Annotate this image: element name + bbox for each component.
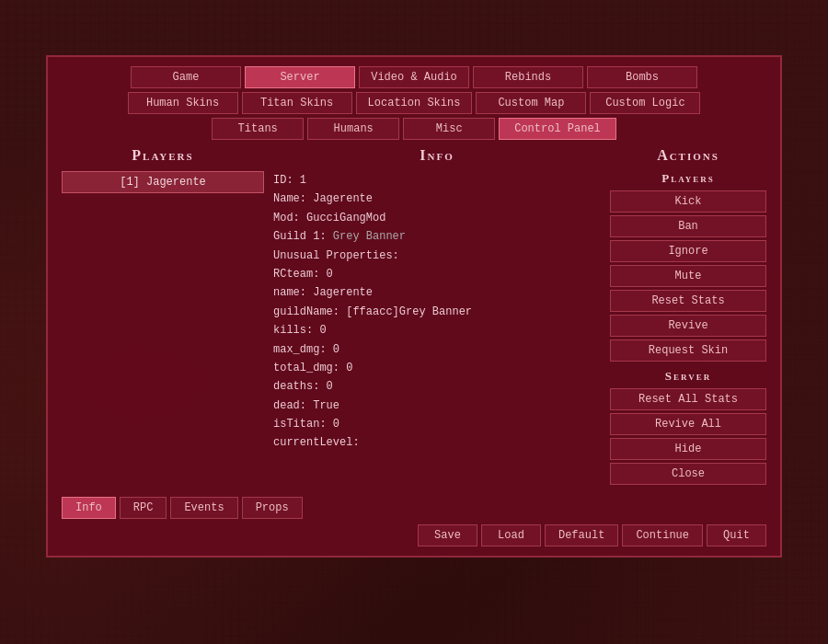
- info-deaths: deaths: 0: [273, 377, 601, 396]
- nav-misc[interactable]: Misc: [403, 118, 495, 140]
- player-jagerente[interactable]: [1] Jagerente: [62, 171, 264, 193]
- nav-rebinds[interactable]: Rebinds: [473, 66, 583, 88]
- info-id: ID: 1: [273, 171, 601, 190]
- players-panel: Players [1] Jagerente: [62, 147, 264, 488]
- nav-bombs[interactable]: Bombs: [587, 66, 697, 88]
- main-panel: Game Server Video & Audio Rebinds Bombs …: [46, 55, 782, 558]
- info-rcteam: RCteam: 0: [273, 265, 601, 283]
- info-kills: kills: 0: [273, 321, 601, 339]
- info-max-dmg: max_dmg: 0: [273, 340, 601, 359]
- info-guild-name: Grey Banner: [333, 230, 406, 243]
- nav-server[interactable]: Server: [245, 66, 355, 88]
- nav-row-2: Human Skins Titan Skins Location Skins C…: [57, 92, 771, 114]
- footer-load[interactable]: Load: [481, 524, 541, 546]
- actions-server-subtitle: Server: [610, 369, 766, 384]
- footer-default[interactable]: Default: [545, 524, 618, 546]
- nav-game[interactable]: Game: [131, 66, 241, 88]
- info-name: Name: Jagerente: [273, 190, 601, 208]
- action-mute[interactable]: Mute: [610, 265, 766, 287]
- info-unusual: Unusual Properties:: [273, 247, 601, 265]
- nav-video-audio[interactable]: Video & Audio: [359, 66, 469, 88]
- bottom-tabs: Info RPC Events Props: [57, 497, 771, 519]
- actions-title: Actions: [610, 147, 766, 164]
- action-kick[interactable]: Kick: [610, 190, 766, 213]
- tab-props[interactable]: Props: [242, 497, 303, 519]
- nav-custom-logic[interactable]: Custom Logic: [590, 92, 700, 114]
- nav-location-skins[interactable]: Location Skins: [356, 92, 473, 114]
- tab-info[interactable]: Info: [62, 497, 116, 519]
- action-revive[interactable]: Revive: [610, 315, 766, 337]
- info-istitans: isTitan: 0: [273, 415, 601, 433]
- tab-events[interactable]: Events: [170, 497, 237, 519]
- players-title: Players: [62, 147, 264, 164]
- nav-human-skins[interactable]: Human Skins: [128, 92, 238, 114]
- info-guildname: guildName: [ffaacc]Grey Banner: [273, 303, 601, 321]
- action-ban[interactable]: Ban: [610, 215, 766, 237]
- info-title: Info: [273, 147, 601, 164]
- footer-save[interactable]: Save: [418, 524, 477, 546]
- action-reset-all-stats[interactable]: Reset All Stats: [610, 388, 766, 410]
- info-panel: Info ID: 1 Name: Jagerente Mod: GucciGan…: [273, 147, 601, 488]
- info-content: ID: 1 Name: Jagerente Mod: GucciGangMod …: [273, 171, 601, 453]
- content-area: Players [1] Jagerente Info ID: 1 Name: J…: [57, 147, 771, 488]
- info-total-dmg: total_dmg: 0: [273, 359, 601, 377]
- action-ignore[interactable]: Ignore: [610, 240, 766, 262]
- info-mod: Mod: GucciGangMod: [273, 209, 601, 227]
- info-guild: Guild 1: Grey Banner: [273, 227, 601, 246]
- actions-panel: Actions Players Kick Ban Ignore Mute Res…: [610, 147, 766, 488]
- action-revive-all[interactable]: Revive All: [610, 413, 766, 435]
- footer-row: Save Load Default Continue Quit: [57, 524, 771, 546]
- actions-players-subtitle: Players: [610, 171, 766, 186]
- action-request-skin[interactable]: Request Skin: [610, 339, 766, 362]
- info-dead: dead: True: [273, 397, 601, 415]
- nav-custom-map[interactable]: Custom Map: [476, 92, 586, 114]
- info-name2: name: Jagerente: [273, 283, 601, 302]
- tab-rpc[interactable]: RPC: [120, 497, 167, 519]
- nav-titan-skins[interactable]: Titan Skins: [242, 92, 352, 114]
- info-current-level: currentLevel:: [273, 433, 601, 452]
- nav-row-1: Game Server Video & Audio Rebinds Bombs: [57, 66, 771, 88]
- action-hide[interactable]: Hide: [610, 438, 766, 460]
- nav-row-3: Titans Humans Misc Control Panel: [57, 118, 771, 140]
- footer-quit[interactable]: Quit: [707, 524, 766, 546]
- footer-continue[interactable]: Continue: [622, 524, 703, 546]
- nav-titans[interactable]: Titans: [212, 118, 304, 140]
- nav-humans[interactable]: Humans: [307, 118, 399, 140]
- nav-control-panel[interactable]: Control Panel: [499, 118, 616, 140]
- action-reset-stats[interactable]: Reset Stats: [610, 290, 766, 312]
- action-close[interactable]: Close: [610, 463, 766, 485]
